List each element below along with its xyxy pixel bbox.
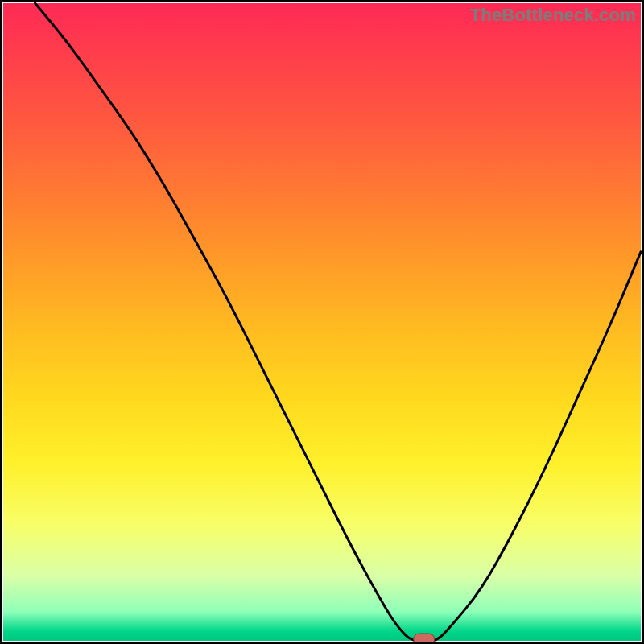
bottleneck-chart-container: TheBottleneck.com	[0, 0, 644, 644]
watermark-text: TheBottleneck.com	[470, 5, 636, 26]
gradient-background	[3, 3, 641, 641]
bottleneck-chart-svg	[0, 0, 644, 644]
plot-area	[3, 3, 641, 644]
